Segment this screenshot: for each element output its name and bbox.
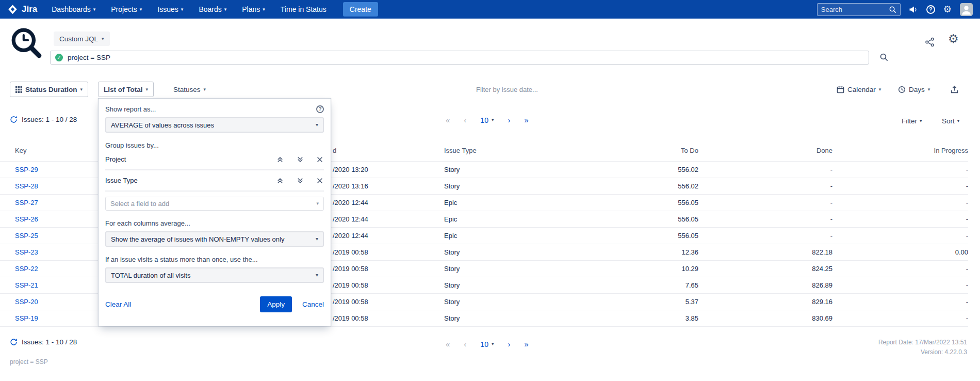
avatar[interactable] — [960, 3, 973, 16]
issue-key-link[interactable]: SSP-26 — [15, 215, 38, 223]
issue-key-link[interactable]: SSP-28 — [15, 182, 38, 190]
report-type-button[interactable]: Status Duration ▾ — [10, 82, 88, 97]
clear-all-link[interactable]: Clear All — [105, 300, 131, 308]
help-icon[interactable]: ? — [926, 5, 935, 14]
issues-range-text: Issues: 1 - 10 / 28 — [22, 338, 77, 346]
issue-key-link[interactable]: SSP-23 — [15, 248, 38, 256]
jql-input[interactable]: ✓ project = SSP — [50, 51, 869, 65]
issue-key-link[interactable]: SSP-29 — [15, 166, 38, 173]
move-down-icon[interactable] — [297, 177, 304, 184]
panel-footer: Clear All Apply Cancel — [105, 296, 324, 312]
cell-to_do: 7.65 — [544, 281, 698, 289]
search-input[interactable] — [821, 6, 886, 13]
group-field-issue-type: Issue Type — [105, 170, 324, 192]
cell-type: Story — [444, 166, 544, 173]
cell-in_progress: - — [832, 281, 968, 289]
page-size-select[interactable]: 10 ▾ — [480, 340, 494, 348]
refresh-icon[interactable] — [10, 116, 18, 123]
show-report-as-label: Show report as... — [105, 105, 156, 113]
settings-gear-icon[interactable]: ⚙ — [948, 32, 959, 46]
last-page-button[interactable]: » — [524, 116, 528, 124]
cell-type: Epic — [444, 232, 544, 240]
cell-created: /2019 00:58 — [333, 281, 444, 289]
nav-label: Plans — [242, 5, 260, 13]
navbar-search — [817, 3, 901, 16]
nav-item-dashboards[interactable]: Dashboards ▾ — [52, 5, 95, 13]
report-as-select[interactable]: AVERAGE of values across issues ▾ — [105, 117, 324, 133]
nav-item-projects[interactable]: Projects ▾ — [111, 5, 142, 13]
run-query-icon[interactable] — [879, 53, 888, 64]
cell-created: /2019 00:58 — [333, 265, 444, 273]
search-icon[interactable] — [889, 6, 896, 13]
move-up-icon[interactable] — [276, 177, 284, 184]
cancel-link[interactable]: Cancel — [302, 300, 324, 308]
gear-icon[interactable]: ⚙ — [943, 5, 952, 14]
issue-key-link[interactable]: SSP-22 — [15, 265, 38, 273]
next-page-button[interactable]: › — [508, 340, 510, 348]
chevron-down-icon: ▾ — [102, 37, 104, 41]
cell-to_do: 3.85 — [544, 314, 698, 322]
remove-icon[interactable] — [317, 178, 323, 184]
create-button[interactable]: Create — [343, 2, 378, 17]
issue-key-link[interactable]: SSP-25 — [15, 232, 38, 240]
cell-in_progress: - — [832, 215, 968, 223]
nav-item-plans[interactable]: Plans ▾ — [242, 5, 265, 13]
statuses-button[interactable]: Statuses ▾ — [168, 82, 211, 97]
prev-page-button[interactable]: ‹ — [464, 340, 466, 348]
view-mode-label: List of Total — [104, 86, 143, 93]
chevron-down-icon: ▾ — [146, 87, 149, 92]
cell-done: - — [698, 182, 832, 190]
export-button[interactable] — [948, 82, 961, 97]
chevron-down-icon: ▾ — [263, 7, 265, 12]
visits-select[interactable]: TOTAL duration of all visits ▾ — [105, 267, 324, 283]
apply-button[interactable]: Apply — [260, 296, 292, 312]
jira-logo[interactable]: Jira — [7, 4, 37, 15]
column-done: Done — [698, 147, 832, 154]
cell-in_progress: - — [832, 265, 968, 273]
panel-help-icon[interactable]: ? — [316, 105, 324, 113]
page-size-select[interactable]: 10 ▾ — [480, 116, 494, 124]
first-page-button[interactable]: « — [446, 340, 450, 348]
view-mode-button[interactable]: List of Total ▾ — [98, 82, 154, 97]
announcements-icon[interactable] — [909, 6, 918, 13]
filter-button[interactable]: Filter ▾ — [902, 117, 922, 125]
report-date: Report Date: 17/Mar/2022 13:51 — [878, 339, 967, 346]
last-page-button[interactable]: » — [524, 340, 528, 348]
issue-key-link[interactable]: SSP-19 — [15, 314, 38, 322]
nav-label: Issues — [157, 5, 178, 13]
nav-item-boards[interactable]: Boards ▾ — [199, 5, 226, 13]
top-navbar: Jira Dashboards ▾ Projects ▾ Issues ▾ Bo… — [0, 0, 980, 19]
prev-page-button[interactable]: ‹ — [464, 116, 466, 124]
calendar-button[interactable]: Calendar ▾ — [831, 82, 886, 97]
move-down-icon[interactable] — [297, 156, 304, 163]
footer-jql-text: project = SSP — [10, 358, 48, 366]
sort-button[interactable]: Sort ▾ — [942, 117, 959, 125]
time-unit-button[interactable]: Days ▾ — [893, 82, 935, 97]
issue-key-link[interactable]: SSP-20 — [15, 298, 38, 306]
issue-date-filter[interactable]: Filter by issue date... — [476, 86, 538, 93]
navbar-right: ? ⚙ — [817, 3, 973, 16]
group-field-name: Project — [105, 155, 126, 163]
chevron-down-icon: ▾ — [920, 119, 922, 123]
remove-icon[interactable] — [317, 156, 323, 163]
query-mode-button[interactable]: Custom JQL ▾ — [54, 31, 110, 46]
share-icon[interactable] — [925, 37, 935, 49]
move-up-icon[interactable] — [276, 156, 284, 163]
issue-key-link[interactable]: SSP-27 — [15, 199, 38, 207]
cell-in_progress: 0.00 — [832, 248, 968, 256]
chevron-down-icon: ▾ — [957, 119, 960, 123]
issue-key-link[interactable]: SSP-21 — [15, 281, 38, 289]
nav-item-issues[interactable]: Issues ▾ — [157, 5, 183, 13]
cell-type: Story — [444, 265, 544, 273]
visits-value: TOTAL duration of all visits — [111, 272, 190, 279]
nav-item-time-in-status[interactable]: Time in Status — [281, 5, 326, 13]
column-in-progress: In Progress — [832, 147, 968, 154]
group-field-name: Issue Type — [105, 177, 138, 184]
average-select[interactable]: Show the average of issues with NON-EMPT… — [105, 231, 324, 247]
first-page-button[interactable]: « — [446, 116, 450, 124]
average-value: Show the average of issues with NON-EMPT… — [111, 235, 284, 243]
cell-created: /2020 12:44 — [333, 232, 444, 240]
refresh-icon[interactable] — [10, 338, 18, 346]
add-field-select[interactable]: Select a field to add ▾ — [105, 197, 324, 211]
next-page-button[interactable]: › — [508, 116, 510, 124]
